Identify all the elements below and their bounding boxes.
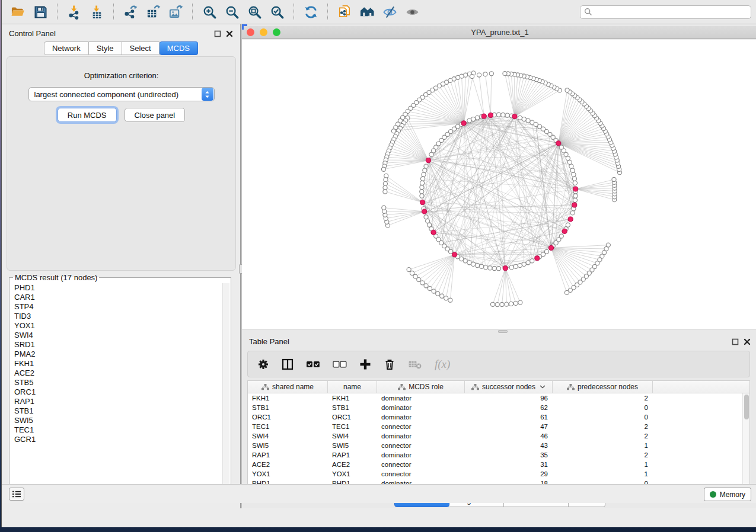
table-row[interactable]: SWI5SWI5connector431 bbox=[248, 441, 749, 450]
mcds-result-item[interactable]: SWI4 bbox=[11, 331, 222, 340]
hide-graphics-button[interactable] bbox=[378, 2, 401, 22]
mcds-result-item[interactable]: STB1 bbox=[11, 406, 222, 416]
column-header-shared-name[interactable]: shared name bbox=[248, 381, 328, 393]
table-toolbar: f(x) bbox=[247, 351, 750, 377]
mcds-result-item[interactable]: CAR1 bbox=[11, 293, 222, 302]
network-canvas[interactable] bbox=[242, 40, 756, 329]
select-all-button[interactable] bbox=[306, 360, 320, 369]
table-row[interactable]: FKH1FKH1dominator962 bbox=[248, 393, 749, 403]
table-row[interactable]: SWI4SWI4dominator462 bbox=[248, 431, 749, 441]
optimization-criterion-select[interactable]: largest connected component (undirected) bbox=[28, 87, 215, 101]
export-image-icon bbox=[168, 5, 183, 20]
settings-button[interactable] bbox=[257, 358, 269, 370]
deselect-all-button[interactable] bbox=[333, 360, 347, 369]
refresh-button[interactable] bbox=[299, 2, 322, 22]
cell-predecessor-nodes: 1 bbox=[553, 470, 653, 477]
clone-network-button[interactable] bbox=[333, 2, 356, 22]
select-all-icon bbox=[306, 360, 320, 369]
mcds-result-item[interactable]: SWI5 bbox=[11, 416, 222, 425]
export-network-icon bbox=[123, 5, 138, 20]
mcds-result-item[interactable]: YOX1 bbox=[11, 321, 222, 331]
zoom-selected-button[interactable] bbox=[266, 2, 288, 22]
mcds-result-item[interactable]: PMA2 bbox=[11, 350, 222, 359]
column-header-name[interactable]: name bbox=[328, 381, 377, 393]
table-row[interactable]: ORC1ORC1dominator610 bbox=[248, 412, 749, 422]
mcds-result-item[interactable]: PHD1 bbox=[11, 283, 222, 293]
column-header-predecessor-nodes[interactable]: predecessor nodes bbox=[553, 381, 653, 393]
run-mcds-button[interactable]: Run MCDS bbox=[58, 108, 117, 122]
tab-style[interactable]: Style bbox=[89, 41, 122, 55]
float-table-panel-button[interactable] bbox=[732, 338, 739, 345]
import-network-button[interactable] bbox=[63, 2, 85, 22]
export-table-button[interactable] bbox=[142, 2, 164, 22]
mcds-result-item[interactable]: STP4 bbox=[11, 302, 222, 312]
window-close-light[interactable] bbox=[247, 28, 254, 36]
horizontal-splitter[interactable] bbox=[242, 329, 756, 334]
import-table-icon bbox=[90, 5, 104, 20]
cell-name: FKH1 bbox=[328, 395, 377, 402]
save-button[interactable] bbox=[29, 2, 52, 22]
delete-table-button[interactable] bbox=[408, 360, 422, 369]
table-row[interactable]: ACE2ACE2connector311 bbox=[248, 460, 749, 469]
zoom-out-button[interactable] bbox=[221, 2, 243, 22]
mcds-list-scrollbar[interactable] bbox=[222, 283, 229, 492]
window-maximize-light[interactable] bbox=[273, 28, 280, 36]
mcds-result-item[interactable]: STB5 bbox=[11, 378, 222, 387]
control-panel: Control Panel NetworkStyleSelectMCDS Opt… bbox=[2, 24, 240, 508]
node-table-header: shared namenameMCDS rolesuccessor nodesp… bbox=[248, 381, 749, 393]
memory-button[interactable]: Memory bbox=[704, 488, 751, 501]
mcds-result-item[interactable]: RAP1 bbox=[11, 397, 222, 406]
window-minimize-light[interactable] bbox=[260, 28, 267, 36]
export-network-button[interactable] bbox=[119, 2, 142, 22]
cell-MCDS-role: dominator bbox=[377, 432, 465, 440]
main-toolbar bbox=[2, 0, 756, 24]
clone-network-icon bbox=[337, 5, 352, 20]
cell-successor-nodes: 61 bbox=[465, 414, 553, 421]
cell-MCDS-role: connector bbox=[377, 442, 465, 449]
close-table-panel-button[interactable] bbox=[744, 338, 751, 345]
show-eye-button[interactable] bbox=[401, 2, 423, 22]
zoom-fit-button[interactable] bbox=[243, 2, 266, 22]
cell-successor-nodes: 43 bbox=[465, 442, 553, 449]
mcds-result-item[interactable]: GCR1 bbox=[11, 435, 222, 444]
zoom-in-button[interactable] bbox=[198, 2, 221, 22]
tab-mcds[interactable]: MCDS bbox=[160, 41, 198, 55]
mcds-result-list: PHD1CAR1STP4TID3YOX1SWI4SRD1PMA2FKH1ACE2… bbox=[11, 283, 222, 492]
function-button[interactable]: f(x) bbox=[435, 358, 450, 371]
mcds-result-item[interactable]: ACE2 bbox=[11, 368, 222, 378]
network-window-titlebar[interactable]: YPA_prune.txt_1 bbox=[242, 26, 756, 39]
open-folder-button[interactable] bbox=[7, 2, 29, 22]
table-row[interactable]: YOX1YOX1connector291 bbox=[248, 469, 749, 479]
float-panel-button[interactable] bbox=[214, 30, 221, 37]
column-header-MCDS-role[interactable]: MCDS role bbox=[377, 381, 465, 393]
mcds-result-item[interactable]: SRD1 bbox=[11, 340, 222, 350]
delete-button[interactable] bbox=[384, 358, 395, 370]
column-header-successor-nodes[interactable]: successor nodes bbox=[465, 381, 553, 393]
optimization-criterion-label: Optimization criterion: bbox=[7, 71, 235, 80]
select-stepper-icon bbox=[202, 88, 213, 101]
columns-button[interactable] bbox=[282, 358, 294, 370]
tab-select[interactable]: Select bbox=[122, 41, 160, 55]
toolbar-separator bbox=[294, 4, 294, 20]
import-table-button[interactable] bbox=[85, 2, 108, 22]
table-row[interactable]: RAP1RAP1dominator352 bbox=[248, 450, 749, 460]
tab-network[interactable]: Network bbox=[44, 41, 89, 55]
task-history-button[interactable] bbox=[9, 488, 24, 501]
export-image-button[interactable] bbox=[164, 2, 187, 22]
close-panel-button[interactable] bbox=[226, 30, 233, 37]
splitter-handle-h[interactable] bbox=[498, 330, 508, 333]
network-overview-button[interactable] bbox=[356, 2, 378, 22]
search-box[interactable] bbox=[580, 5, 751, 19]
table-scrollbar[interactable] bbox=[742, 393, 749, 496]
search-input[interactable] bbox=[595, 8, 747, 16]
add-button[interactable] bbox=[359, 358, 371, 370]
mcds-result-item[interactable]: TID3 bbox=[11, 312, 222, 321]
close-panel-button-mcds[interactable]: Close panel bbox=[125, 108, 186, 122]
refresh-icon bbox=[304, 5, 318, 20]
mcds-result-item[interactable]: TEC1 bbox=[11, 425, 222, 435]
table-row[interactable]: STB1STB1dominator620 bbox=[248, 403, 749, 412]
mcds-result-item[interactable]: ORC1 bbox=[11, 387, 222, 397]
table-row[interactable]: TEC1TEC1connector472 bbox=[248, 422, 749, 431]
table-scrollbar-thumb[interactable] bbox=[744, 395, 749, 419]
mcds-result-item[interactable]: FKH1 bbox=[11, 359, 222, 368]
